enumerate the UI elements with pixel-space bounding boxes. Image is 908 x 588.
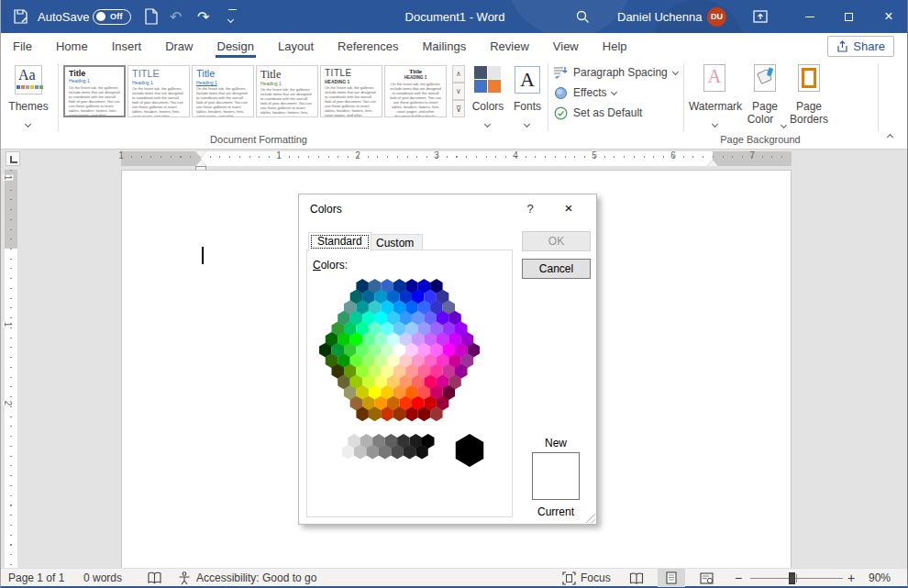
horizontal-ruler[interactable]: 1 1 2 3 4 5 6 7 bbox=[1, 150, 907, 168]
style-set-card-4[interactable]: Title Heading 1 On the Insert tab, the g… bbox=[256, 65, 318, 117]
zoom-in-button[interactable]: + bbox=[847, 569, 855, 587]
accessibility-status[interactable]: Accessibility: Good to go bbox=[196, 569, 316, 587]
tab-review[interactable]: Review bbox=[478, 33, 541, 60]
page-color-icon bbox=[754, 64, 776, 92]
style-set-title: Title bbox=[69, 70, 120, 78]
text-cursor bbox=[202, 247, 204, 264]
dialog-close-button[interactable]: × bbox=[548, 197, 589, 219]
collapse-ribbon-button[interactable] bbox=[888, 129, 892, 142]
ruler-number: 3 bbox=[434, 150, 439, 161]
tab-mailings[interactable]: Mailings bbox=[411, 33, 479, 60]
tab-file[interactable]: File bbox=[1, 33, 44, 60]
print-layout-button[interactable] bbox=[658, 569, 685, 587]
minimize-button[interactable] bbox=[792, 0, 828, 33]
paragraph-spacing-button[interactable]: Paragraph Spacing bbox=[553, 64, 678, 81]
new-color-label: New bbox=[532, 437, 580, 449]
share-icon bbox=[836, 40, 848, 52]
effects-chevron-icon bbox=[611, 88, 617, 94]
fonts-label: Fonts bbox=[509, 100, 546, 113]
tab-references[interactable]: References bbox=[326, 33, 410, 60]
zoom-out-button[interactable]: − bbox=[735, 569, 742, 587]
fonts-icon: A bbox=[515, 66, 540, 94]
avatar-initials: DU bbox=[707, 7, 726, 27]
gallery-more-button[interactable]: ⊽ bbox=[452, 100, 465, 117]
fonts-dropdown-chevron-icon bbox=[525, 116, 529, 129]
black-hex-cell[interactable] bbox=[456, 434, 484, 467]
user-name[interactable]: Daniel Uchenna bbox=[617, 0, 703, 33]
gallery-scroll-up-button[interactable]: ∧ bbox=[452, 65, 465, 83]
colors-label: Colors bbox=[467, 100, 509, 113]
avatar[interactable]: DU bbox=[707, 0, 726, 33]
dialog-help-button[interactable]: ? bbox=[519, 199, 541, 219]
share-button[interactable]: Share bbox=[827, 36, 894, 57]
status-bar: Page 1 of 1 0 words Accessibility: Good … bbox=[1, 568, 907, 586]
autosave-state: Off bbox=[110, 12, 123, 21]
standard-colors-honeycomb[interactable] bbox=[307, 271, 514, 482]
style-set-card-3[interactable]: Title Heading 1 On the Insert tab, the g… bbox=[192, 65, 254, 117]
style-set-card-5[interactable]: TITLE HEADING 1 On the Insert tab, the g… bbox=[320, 65, 382, 117]
web-layout-button[interactable] bbox=[692, 569, 720, 587]
watermark-chevron-icon bbox=[713, 116, 717, 129]
effects-button[interactable]: Effects bbox=[553, 84, 616, 101]
set-as-default-button[interactable]: Set as Default bbox=[553, 105, 642, 121]
style-set-title: TITLE bbox=[132, 69, 185, 80]
style-set-heading: HEADING 1 bbox=[389, 75, 442, 81]
dialog-resize-grip[interactable] bbox=[583, 511, 595, 523]
style-set-card-6[interactable]: Title HEADING 1 On the Insert tab, the g… bbox=[384, 65, 447, 117]
redo-button[interactable]: ↷ bbox=[197, 0, 209, 33]
save-icon[interactable] bbox=[12, 0, 28, 33]
dialog-title: Colors bbox=[310, 203, 342, 216]
word-count-status[interactable]: 0 words bbox=[83, 569, 122, 587]
hanging-indent-marker[interactable] bbox=[195, 160, 206, 166]
style-set-title: Title bbox=[196, 69, 249, 80]
autosave-toggle[interactable]: Off bbox=[93, 0, 131, 33]
proofing-icon[interactable] bbox=[148, 569, 161, 587]
tab-draw[interactable]: Draw bbox=[153, 33, 205, 60]
colors-dialog: Colors ? × Standard Custom Colors: OK Ca… bbox=[298, 194, 597, 525]
right-indent-marker[interactable] bbox=[707, 160, 718, 166]
tab-home[interactable]: Home bbox=[44, 33, 100, 60]
paragraph-spacing-label: Paragraph Spacing bbox=[573, 66, 668, 79]
tab-help[interactable]: Help bbox=[591, 33, 639, 60]
tab-view[interactable]: View bbox=[541, 33, 591, 60]
page-color-label-2: Color bbox=[740, 113, 781, 126]
customize-quick-access-toolbar-icon[interactable] bbox=[228, 0, 237, 33]
style-set-card-2[interactable]: TITLE Heading 1 On the Insert tab, the g… bbox=[127, 65, 190, 117]
themes-dropdown-chevron-icon bbox=[26, 116, 30, 129]
ruler-number: 2 bbox=[355, 150, 360, 161]
style-set-card-1[interactable]: Title Heading 1 On the Insert tab, the g… bbox=[63, 65, 126, 117]
ok-button[interactable]: OK bbox=[522, 231, 591, 251]
gallery-scroll-down-button[interactable]: ∨ bbox=[452, 83, 465, 100]
style-set-heading: Heading 1 bbox=[69, 78, 120, 84]
page-color-label-1: Page bbox=[746, 100, 784, 113]
zoom-slider-thumb[interactable] bbox=[789, 572, 795, 584]
tab-layout[interactable]: Layout bbox=[266, 33, 326, 60]
tab-design[interactable]: Design bbox=[205, 33, 266, 60]
style-set-body: On the Insert tab, the galleries include… bbox=[196, 86, 249, 117]
tab-insert[interactable]: Insert bbox=[100, 33, 154, 60]
cancel-button[interactable]: Cancel bbox=[522, 259, 591, 279]
standard-tab-panel: Colors: bbox=[306, 250, 513, 517]
autosave-label: AutoSave bbox=[38, 0, 89, 33]
dialog-tab-standard[interactable]: Standard bbox=[308, 232, 371, 251]
maximize-button[interactable] bbox=[830, 0, 867, 33]
vertical-ruler[interactable]: 1 1 2 bbox=[5, 170, 17, 568]
search-icon[interactable] bbox=[575, 0, 590, 33]
themes-icon: Aa bbox=[13, 65, 44, 96]
toggle-knob bbox=[96, 12, 105, 21]
new-document-icon[interactable] bbox=[144, 0, 159, 33]
watermark-label: Watermark bbox=[687, 100, 744, 113]
ribbon-display-options-icon[interactable] bbox=[753, 0, 768, 33]
read-mode-button[interactable] bbox=[623, 569, 650, 587]
page-number-status[interactable]: Page 1 of 1 bbox=[8, 569, 64, 587]
first-line-indent-marker[interactable] bbox=[195, 151, 206, 158]
zoom-level[interactable]: 90% bbox=[869, 569, 891, 587]
share-label: Share bbox=[853, 39, 885, 53]
style-set-body: On the Insert tab, the galleries include… bbox=[260, 87, 314, 117]
tab-selector[interactable] bbox=[6, 151, 20, 166]
undo-button[interactable]: ↶ bbox=[170, 0, 182, 33]
style-set-body: On the Insert tab, the galleries include… bbox=[132, 86, 185, 117]
focus-button[interactable]: Focus bbox=[562, 569, 611, 587]
close-button[interactable]: × bbox=[870, 0, 907, 33]
ruler-number: 6 bbox=[670, 150, 676, 161]
